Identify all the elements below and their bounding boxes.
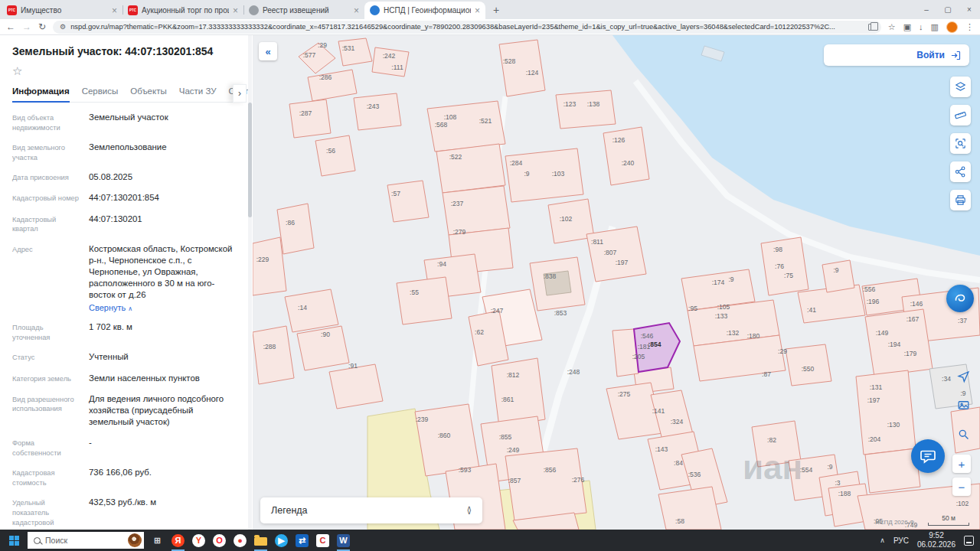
parcel-label[interactable]: :286 [319,73,332,81]
legend-bar[interactable]: Легенда ∧∨ [260,497,482,523]
parcel-label[interactable]: :86 [286,219,295,227]
login-bar[interactable]: Войти [824,44,969,66]
browser-tab[interactable]: НСПД | Геоинформационный п...× [364,2,485,19]
start-button[interactable] [0,530,28,551]
daily-image-icon[interactable] [128,533,142,547]
parcel-label[interactable]: :180 [747,332,760,340]
parcel-label[interactable]: :14 [298,304,307,311]
locate-button[interactable] [956,369,971,386]
parcel-label[interactable]: :194 [888,341,901,348]
parcel-label[interactable]: :146 [910,300,923,308]
taskbar-icon-red-app[interactable]: ● [230,530,250,551]
share-button[interactable] [950,161,971,182]
cadastral-map[interactable]: иан :29:577:531:242:111:286:528:124:123:… [253,35,980,530]
back-icon[interactable]: ← [6,22,15,31]
taskbar-search[interactable]: Поиск [28,532,144,549]
browser-tab[interactable]: РТСИмущество× [2,2,122,19]
parcel-label[interactable]: :91 [348,362,358,370]
menu-kebab-icon[interactable]: ⋮ [965,22,974,32]
parcel-label[interactable]: :29 [778,347,787,355]
tab-Объекты[interactable]: Объекты [130,86,166,96]
login-label[interactable]: Войти [916,50,945,60]
scrollbar-thumb[interactable] [248,103,252,217]
parcel-label[interactable]: :34 [942,375,951,383]
parcel-label[interactable]: :242 [383,52,396,60]
parcel-label[interactable]: :55 [410,289,419,296]
parcel-label[interactable]: :123 [564,100,577,108]
measure-button[interactable] [950,105,971,126]
site-settings-icon[interactable]: ⚙ [60,23,66,31]
language-indicator[interactable]: РУС [893,536,909,545]
zoom-out-button[interactable]: − [952,478,971,496]
parcel-label[interactable]: :188 [838,490,851,497]
parcel-label[interactable]: :102 [560,215,573,223]
parcel-label[interactable]: :284 [510,159,523,167]
tabs-scroll-right-icon[interactable]: › [233,84,247,103]
map-search-button[interactable] [956,427,971,445]
parcel-label[interactable]: :528 [503,57,516,65]
parcel-label[interactable]: :249 [507,446,520,454]
parcel-label[interactable]: :9 [728,276,733,283]
minimize-button[interactable]: – [916,0,937,19]
panel-collapse-button[interactable]: « [259,42,277,60]
parcel-label[interactable]: :521 [479,117,492,125]
parcel-label[interactable]: :276 [572,476,585,484]
new-tab-button[interactable]: + [485,0,507,19]
parcel-label[interactable]: :239 [416,416,429,423]
parcel-label[interactable]: :98 [773,246,782,253]
taskbar-icon-word[interactable]: W [333,530,354,551]
parcel-label[interactable]: :105 [717,303,730,311]
parcel-label[interactable]: :811 [591,238,603,246]
parcel-label[interactable]: :860 [438,432,451,439]
parcel-label[interactable]: :536 [688,471,701,478]
tab-Части ЗУ[interactable]: Части ЗУ [179,86,217,96]
parcel-label[interactable]: :138 [587,100,600,108]
side-panel-icon[interactable]: ▥ [931,22,939,32]
forward-icon[interactable]: → [22,22,31,31]
taskbar-icon-opera[interactable]: O [209,530,230,551]
parcel-label[interactable]: :58 [675,517,684,525]
parcel-label[interactable]: :593 [459,466,472,474]
parcel-label[interactable]: :95 [688,305,697,312]
parcel-label[interactable]: :546 [641,332,654,340]
tab-Сервисы[interactable]: Сервисы [82,86,119,96]
parcel-label[interactable]: :130 [887,421,900,429]
parcel-label[interactable]: :522 [449,153,462,161]
parcel-label[interactable]: :229 [256,256,270,263]
layers-button[interactable] [950,77,971,97]
parcel-label[interactable]: :133 [715,312,728,320]
browser-tab[interactable]: РТСАукционный торг по процедур...× [122,2,243,19]
parcel-label[interactable]: :324 [671,418,684,425]
url-text[interactable]: nspd.gov.ru/map?thematic=PKK&zoom=17.333… [70,23,864,31]
taskbar-icon-app-grid[interactable]: ⊞ [147,530,168,551]
parcel-label[interactable]: :275 [618,390,631,398]
extensions-icon[interactable]: ▣ [903,22,911,32]
taskbar-icon-blue-app[interactable]: ⇄ [292,530,312,551]
select-area-button[interactable] [950,133,971,154]
parcel-label[interactable]: :853 [554,309,567,317]
favorite-star-icon[interactable]: ☆ [12,64,239,78]
clock[interactable]: 9:52 06.02.2026 [917,531,956,549]
parcel-label[interactable]: :243 [367,103,380,110]
parcel-label[interactable]: :240 [622,159,635,167]
basemap-toggle-button[interactable] [946,285,974,312]
parcel-label[interactable]: :41 [807,306,816,314]
parcel-label[interactable]: :287 [299,109,312,117]
taskbar-icon-telegram[interactable]: ▶ [271,530,292,551]
panorama-button[interactable] [956,398,971,416]
parcel-label[interactable]: :9 [833,266,838,274]
refresh-icon[interactable]: ↻ [38,22,46,31]
parcel-label[interactable]: :87 [762,370,771,378]
parcel-label[interactable]: :84 [674,459,683,467]
parcel-label[interactable]: :9 [827,463,832,471]
tab-close-icon[interactable]: × [475,6,480,15]
parcel-label[interactable]: :174 [712,279,725,286]
parcel-label[interactable]: :248 [567,368,580,376]
legend-expand-icon[interactable]: ∧∨ [466,507,472,515]
parcel-label[interactable]: :131 [870,383,883,391]
parcel-label[interactable]: :132 [727,329,740,337]
parcel-label[interactable]: :149 [876,329,889,337]
parcel-label[interactable]: :856 [544,466,557,474]
parcel-label[interactable]: :857 [508,477,521,484]
parcel-label[interactable]: :550 [802,365,815,373]
